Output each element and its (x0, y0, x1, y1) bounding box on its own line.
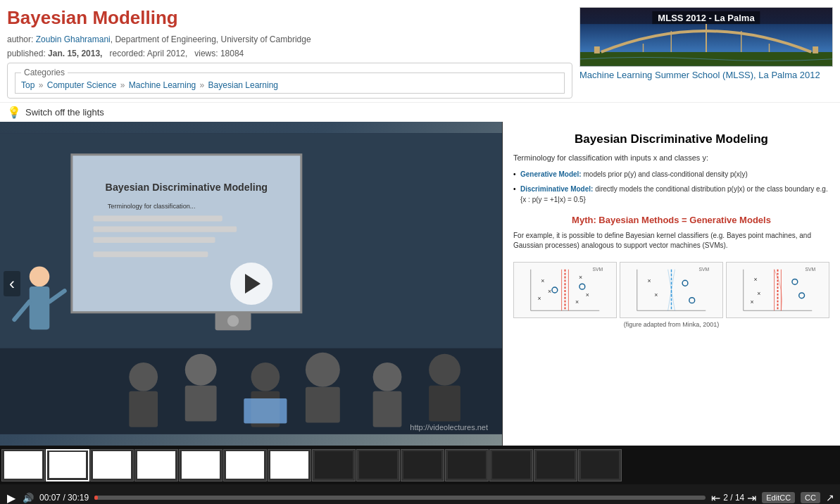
thumb-8[interactable] (312, 449, 356, 481)
breadcrumb-cs[interactable]: Computer Science (47, 80, 117, 90)
thumb-14[interactable] (578, 449, 622, 481)
thumb-12-inner (492, 451, 530, 479)
slide-total: 14 (735, 493, 744, 503)
svg-text:×: × (647, 277, 651, 284)
controls-bar: ▶ 🔊 00:07 / 30:19 ⇤ 2 / 14 ⇥ EditCC CC ↗ (0, 484, 840, 504)
thumb-1-inner (4, 451, 42, 479)
thumb-3[interactable] (90, 449, 134, 481)
svg-text:×: × (751, 298, 754, 305)
term-discriminative: Discriminative Model: (520, 185, 593, 193)
svg-text:Bayesian Discriminative Modeli: Bayesian Discriminative Modeling (106, 182, 268, 193)
volume-button[interactable]: 🔊 (23, 493, 34, 503)
thumb-4-inner (137, 451, 175, 479)
svg-point-32 (429, 354, 460, 386)
svg-rect-15 (93, 227, 237, 232)
school-link[interactable]: Machine Learning Summer School (MLSS), L… (579, 70, 833, 80)
switch-lights[interactable]: 💡 Switch off the lights (0, 102, 840, 122)
play-button[interactable] (230, 263, 272, 305)
thumb-1[interactable] (1, 449, 45, 481)
published-date: Jan. 15, 2013, (48, 49, 102, 58)
svg-text:×: × (753, 276, 757, 283)
slide-title: Bayesian Discriminative Modeling (513, 132, 829, 146)
svg-text:Terminology for classification: Terminology for classification... (108, 203, 196, 210)
slide-body: Generative Model: models prior p(y) and … (513, 169, 829, 209)
nav-controls: ⇤ 2 / 14 ⇥ (711, 491, 756, 505)
svg-point-26 (251, 363, 280, 391)
thumbnails-strip (0, 446, 840, 484)
breadcrumb-top[interactable]: Top (21, 80, 35, 90)
author-link[interactable]: Zoubin Ghahramani (36, 34, 111, 44)
svg-text:×: × (538, 295, 541, 302)
thumb-6-inner (226, 451, 264, 479)
sep2: » (120, 80, 125, 90)
svg-text:×: × (575, 298, 579, 305)
charts-row: × × × × × × SVM (513, 262, 829, 318)
thumb-4[interactable] (134, 449, 178, 481)
page-title: Bayesian Modelling (7, 7, 572, 29)
progress-bar[interactable] (94, 496, 706, 500)
thumb-5[interactable] (179, 449, 222, 481)
time-display: 00:07 / 30:19 (39, 493, 89, 503)
svg-point-36 (227, 315, 239, 327)
published-label: published: (7, 49, 46, 58)
author-suffix: , Department of Engineering, University … (111, 34, 311, 44)
svg-rect-16 (93, 237, 215, 243)
svg-text:×: × (548, 288, 551, 295)
breadcrumb-ml[interactable]: Machine Learning (129, 80, 196, 90)
bullet-generative: Generative Model: models prior p(y) and … (513, 169, 829, 179)
breadcrumb-bl[interactable]: Bayesian Learning (208, 80, 278, 90)
svg-rect-34 (244, 398, 287, 424)
term-generative: Generative Model: (520, 170, 582, 178)
thumb-10[interactable] (401, 449, 444, 481)
thumb-12[interactable] (489, 449, 533, 481)
svg-text:×: × (757, 290, 760, 297)
play-pause-button[interactable]: ▶ (6, 491, 17, 505)
svg-rect-23 (129, 391, 158, 427)
svg-point-28 (306, 353, 340, 387)
sidebar-image-label: MLSS 2012 - La Palma (652, 11, 760, 25)
chart-svg-3: × × × SVM (727, 263, 829, 317)
svg-text:×: × (541, 277, 544, 284)
thumb-3-inner (93, 451, 131, 479)
sidebar: MLSS 2012 - La Palma (579, 7, 833, 99)
nav-arrow-left[interactable]: ‹ (4, 271, 20, 296)
myth-text: Myth: Bayesian Methods = Generative Mode… (513, 215, 829, 225)
video-container: Bayesian Discriminative Modeling Termino… (0, 122, 840, 446)
categories-legend: Categories (21, 68, 68, 77)
slide-subtitle: Terminology for classification with inpu… (513, 153, 829, 162)
svg-text:×: × (654, 291, 658, 298)
svg-rect-19 (30, 286, 50, 329)
thumb-6[interactable] (223, 449, 267, 481)
svg-rect-31 (373, 391, 402, 427)
author-label: author: (7, 34, 33, 44)
thumb-2[interactable] (46, 449, 89, 481)
nav-prev-button[interactable]: ⇤ (711, 491, 720, 505)
thumb-7[interactable] (268, 449, 311, 481)
svg-point-18 (30, 267, 50, 287)
editcc-button[interactable]: EditCC (762, 492, 795, 503)
fullscreen-button[interactable]: ↗ (826, 492, 834, 503)
meta-row: author: Zoubin Ghahramani, Department of… (7, 34, 572, 44)
svg-rect-7 (594, 46, 600, 53)
nav-next-button[interactable]: ⇥ (747, 491, 756, 505)
svg-rect-25 (185, 386, 217, 422)
video-player[interactable]: Bayesian Discriminative Modeling Termino… (0, 122, 502, 446)
svg-point-30 (373, 363, 402, 391)
thumb-9[interactable] (356, 449, 400, 481)
time-current: 00:07 (39, 493, 61, 503)
svg-rect-8 (813, 46, 818, 53)
svg-text:SVM: SVM (699, 267, 710, 272)
chart-caption: (figure adapted from Minka, 2001) (513, 321, 829, 328)
thumb-11[interactable] (445, 449, 489, 481)
chart-2: × × SVM (620, 262, 723, 318)
text-generative: models prior p(y) and class-conditional … (583, 170, 747, 178)
thumb-10-inner (403, 451, 441, 479)
chart-3: × × × SVM (726, 262, 829, 318)
bridge-svg (580, 24, 832, 66)
sep1: » (39, 80, 44, 90)
thumb-13[interactable] (534, 449, 577, 481)
thumb-13-inner (537, 451, 575, 479)
svg-point-22 (129, 363, 158, 391)
cc-button[interactable]: CC (801, 492, 820, 503)
thumb-7-inner (270, 451, 308, 479)
